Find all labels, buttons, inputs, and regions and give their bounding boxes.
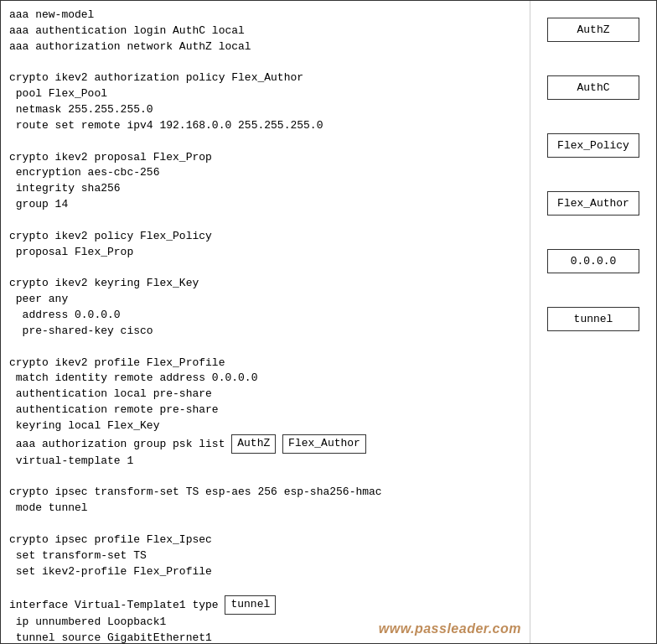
main-container: aaa new-model aaa authentication login A… (0, 0, 657, 644)
sidebar-badge-authz: AuthZ (547, 18, 639, 42)
sidebar: AuthZ AuthC Flex_Policy Flex_Author 0.0.… (530, 1, 656, 643)
inline-flex-author-badge: Flex_Author (282, 434, 366, 454)
code-panel: aaa new-model aaa authentication login A… (1, 1, 530, 643)
inline-authz-badge: AuthZ (231, 434, 276, 454)
line-aaa-newmodel: aaa new-model aaa authentication login A… (9, 8, 323, 450)
sidebar-badge-tunnel: tunnel (547, 307, 639, 331)
line-interface-rest: ip unnumbered Loopback1 tunnel source Gi… (9, 615, 310, 643)
sidebar-badge-address: 0.0.0.0 (547, 249, 639, 273)
sidebar-badge-authc: AuthC (547, 75, 639, 100)
line-virtual-template: virtual-template 1 crypto ipsec transfor… (9, 454, 382, 611)
watermark-text: www.passleader.com (379, 621, 521, 636)
sidebar-badge-flex-author: Flex_Author (547, 191, 639, 216)
code-block-top: aaa new-model aaa authentication login A… (9, 8, 521, 643)
sidebar-badge-flex-policy: Flex_Policy (547, 133, 639, 158)
inline-tunnel-badge: tunnel (225, 595, 276, 615)
